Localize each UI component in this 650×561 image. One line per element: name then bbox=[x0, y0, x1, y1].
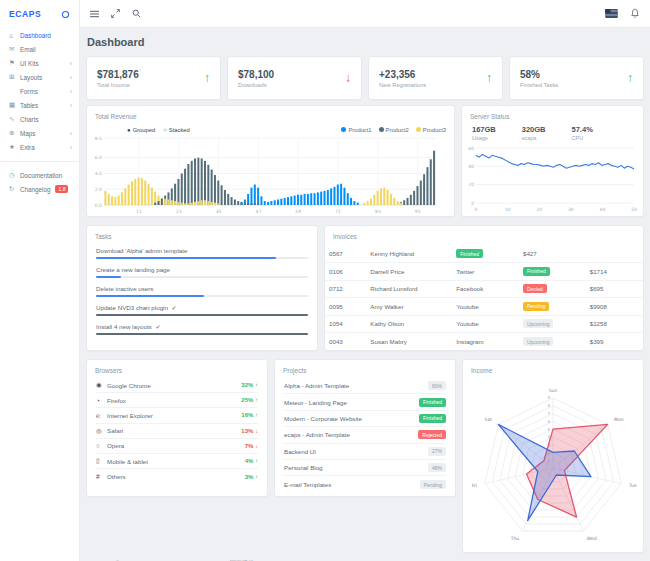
invoice-cell: Youtube bbox=[452, 315, 519, 333]
task-item: Create a new landing page bbox=[87, 263, 317, 278]
opera-icon: ○ bbox=[96, 442, 107, 449]
svg-text:40: 40 bbox=[468, 164, 474, 169]
invoice-status-cell: Finished bbox=[519, 263, 586, 281]
card-title: Income bbox=[463, 360, 643, 378]
project-status-badge: 80% bbox=[428, 381, 446, 390]
bell-icon[interactable] bbox=[630, 8, 640, 19]
browser-share: 13% ↓ bbox=[241, 428, 258, 434]
sidebar-item-changelog[interactable]: ↻Changelog1.8 bbox=[0, 182, 79, 196]
legend-item-product2[interactable]: Product2 bbox=[379, 127, 409, 133]
svg-text:Tue: Tue bbox=[628, 483, 637, 488]
svg-text:0: 0 bbox=[471, 201, 474, 206]
legend-dot-icon bbox=[341, 127, 346, 132]
search-icon[interactable] bbox=[132, 9, 141, 18]
browser-share: 4% ↑ bbox=[245, 458, 258, 464]
invoices-table: 0567Kenny HighlandFinished$4270106Darrel… bbox=[325, 245, 643, 350]
stat-cards-row: $781,876Total Income↑$78,100Downloads↓+2… bbox=[86, 56, 644, 100]
sidebar-item-label: Changelog bbox=[20, 186, 50, 193]
flag-icon: ⚑ bbox=[9, 59, 20, 67]
legend-item-product1[interactable]: Product1 bbox=[341, 127, 371, 133]
invoice-status-cell: Denied bbox=[519, 280, 586, 298]
mode-radio-stacked[interactable]: ○Stacked bbox=[163, 127, 190, 133]
invoice-id-cell: 0043 bbox=[325, 333, 366, 351]
sidebar-item-email[interactable]: ✉Email bbox=[0, 42, 79, 56]
check-icon: ✓ bbox=[155, 324, 160, 330]
invoice-cell: $9908 bbox=[586, 298, 643, 316]
sidebar-item-charts[interactable]: ∿Charts bbox=[0, 112, 79, 126]
status-badge: Denied bbox=[523, 284, 547, 293]
sidebar-item-label: Email bbox=[20, 46, 36, 53]
sidebar-divider bbox=[0, 161, 79, 162]
sidebar-item-layouts[interactable]: ⊞Layouts‹ bbox=[0, 70, 79, 84]
stat-value: $78,100 bbox=[238, 69, 274, 80]
sidebar-item-extra[interactable]: ★Extra‹ bbox=[0, 140, 79, 154]
task-progress-fill bbox=[96, 295, 204, 297]
page-title: Dashboard bbox=[87, 36, 644, 48]
browser-share: 25% ↑ bbox=[241, 397, 258, 403]
menu-icon[interactable] bbox=[90, 10, 99, 18]
sidebar: ECAPS ⌂Dashboard✉Email⚑UI Kits‹⊞Layouts‹… bbox=[0, 0, 80, 561]
svg-text:Thu: Thu bbox=[510, 536, 520, 541]
stat-card-total-income: $781,876Total Income↑ bbox=[86, 56, 221, 100]
stat-card-downloads: $78,100Downloads↓ bbox=[227, 56, 362, 100]
project-name: Backend UI bbox=[284, 448, 316, 455]
sidebar-item-maps[interactable]: ⊕Maps‹ bbox=[0, 126, 79, 140]
stat-label: Total Income bbox=[97, 82, 139, 88]
invoice-cell: Instagram bbox=[452, 333, 519, 351]
browser-row-internet-explorer: ℮Internet Explorer16% ↑ bbox=[96, 408, 258, 423]
invoice-id-cell: 0567 bbox=[325, 245, 366, 263]
project-row-ecaps-admin-template: ecaps - Admin TemplateRejected bbox=[284, 427, 446, 443]
task-label: Delete inactive users bbox=[96, 285, 308, 292]
invoice-status-cell: Upcoming bbox=[519, 333, 586, 351]
stat-label: Downloads bbox=[238, 82, 274, 88]
table-row: 0043Susan MabryInstagramUpcoming$399 bbox=[325, 333, 643, 351]
svg-text:59: 59 bbox=[295, 209, 301, 214]
invoice-cell: Richard Lunsford bbox=[366, 280, 452, 298]
sidebar-item-label: UI Kits bbox=[20, 60, 39, 67]
sidebar-toggle-icon[interactable] bbox=[61, 10, 70, 19]
stat-value: 58% bbox=[520, 69, 558, 80]
safari-icon: ◎ bbox=[96, 427, 107, 435]
svg-text:47: 47 bbox=[256, 209, 262, 214]
server-status-line-chart: 020406001020304050 bbox=[462, 143, 638, 213]
invoice-cell: $399 bbox=[586, 333, 643, 351]
browser-row-firefox: ◔Firefox25% ↑ bbox=[96, 393, 258, 408]
chevron-icon: ‹ bbox=[70, 60, 72, 67]
sidebar-secondary-nav: ◷Documentation↻Changelog1.8 bbox=[0, 168, 79, 196]
card-title: Invoices bbox=[325, 226, 643, 244]
sidebar-item-dashboard[interactable]: ⌂Dashboard bbox=[0, 28, 79, 42]
project-row-e-mail-templates: E-mail TemplatesPending bbox=[284, 476, 446, 492]
server-metrics: 167GBUsage320GBecaps57.4%CPU bbox=[462, 124, 643, 143]
sidebar-item-label: Layouts bbox=[20, 74, 42, 81]
legend-item-product3[interactable]: Product3 bbox=[416, 127, 446, 133]
metric-label: CPU bbox=[572, 135, 593, 141]
topbar bbox=[80, 0, 650, 28]
sidebar-item-forms[interactable]: Forms‹ bbox=[0, 84, 79, 98]
invoice-id-cell: 0095 bbox=[325, 298, 366, 316]
language-flag-icon[interactable] bbox=[605, 9, 618, 18]
server-metric-ecaps: 320GBecaps bbox=[522, 125, 546, 141]
ie-icon: ℮ bbox=[96, 412, 107, 419]
project-name: E-mail Templates bbox=[284, 481, 331, 488]
sidebar-item-tables[interactable]: ▦Tables‹ bbox=[0, 98, 79, 112]
sidebar-item-label: Maps bbox=[20, 130, 35, 137]
table-row: 0567Kenny HighlandFinished$427 bbox=[325, 245, 643, 263]
browser-row-google-chrome: ◉Google Chrome32% ↑ bbox=[96, 378, 258, 393]
chevron-icon: ‹ bbox=[70, 102, 72, 109]
mode-radio-grouped[interactable]: ●Grouped bbox=[127, 127, 155, 133]
svg-text:8.5: 8.5 bbox=[95, 136, 102, 141]
invoice-cell: Amy Walker bbox=[366, 298, 452, 316]
svg-text:83: 83 bbox=[375, 209, 381, 214]
invoice-status-cell: Finished bbox=[452, 245, 519, 263]
task-progress-track bbox=[96, 314, 308, 316]
card-title: Browsers bbox=[87, 360, 267, 378]
svg-text:23: 23 bbox=[176, 209, 182, 214]
project-status-badge: 48% bbox=[428, 463, 446, 472]
sidebar-item-documentation[interactable]: ◷Documentation bbox=[0, 168, 79, 182]
sidebar-item-ui-kits[interactable]: ⚑UI Kits‹ bbox=[0, 56, 79, 70]
project-name: Modern - Corporate Website bbox=[284, 415, 362, 422]
invoice-cell: $427 bbox=[519, 245, 586, 263]
task-progress-track bbox=[96, 257, 308, 259]
expand-icon[interactable] bbox=[111, 9, 120, 18]
svg-text:95: 95 bbox=[415, 209, 421, 214]
